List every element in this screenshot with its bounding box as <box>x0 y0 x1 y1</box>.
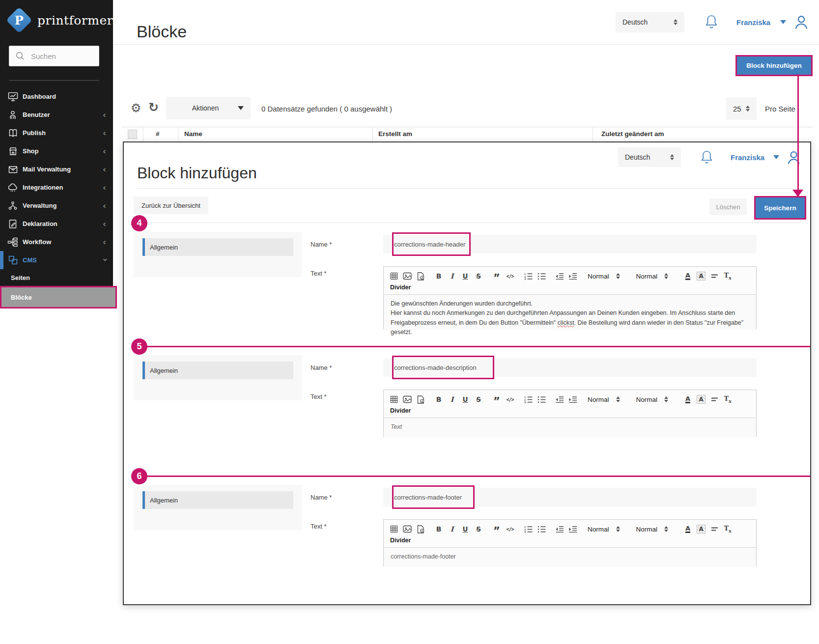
format-select[interactable]: Normal <box>588 396 620 403</box>
divider-block-button[interactable]: Divider <box>384 536 756 548</box>
delete-button[interactable]: Löschen <box>709 198 747 215</box>
blockquote-icon[interactable]: ” <box>492 524 501 534</box>
formula-icon[interactable] <box>710 394 719 404</box>
select-all-checkbox[interactable] <box>128 130 137 139</box>
italic-icon[interactable]: I <box>448 271 456 281</box>
image-icon[interactable] <box>403 524 412 534</box>
actions-select[interactable]: Aktionen <box>166 97 251 119</box>
language-select[interactable]: Deutsch <box>618 147 681 167</box>
tab-allgemein[interactable]: Allgemein <box>142 491 293 509</box>
code-block-icon[interactable]: </> <box>506 271 514 281</box>
sidebar-item-integrationen[interactable]: Integrationen‹ <box>0 178 113 196</box>
image-icon[interactable] <box>403 271 412 281</box>
person-icon[interactable] <box>786 149 802 166</box>
person-icon[interactable] <box>793 14 810 30</box>
sidebar-item-deklaration[interactable]: Deklaration‹ <box>0 215 113 233</box>
table-grid-icon[interactable] <box>390 271 398 281</box>
sidebar-item-workflow[interactable]: Workflow‹ <box>0 233 113 251</box>
text-color-icon[interactable]: A <box>683 271 692 281</box>
text-color-icon[interactable]: A <box>683 394 692 404</box>
sidebar-item-cms[interactable]: CMS‹ <box>0 251 113 269</box>
user-name[interactable]: Franziska <box>736 18 770 27</box>
sidebar-item-shop[interactable]: Shop‹ <box>0 142 113 160</box>
table-grid-icon[interactable] <box>390 524 398 534</box>
sidebar-item-mail-verwaltung[interactable]: Mail Verwaltung‹ <box>0 160 113 178</box>
indent-icon[interactable] <box>568 394 577 404</box>
image-icon[interactable] <box>403 394 412 404</box>
caret-down-icon[interactable] <box>780 20 786 24</box>
indent-icon[interactable] <box>568 271 577 281</box>
sidebar-search[interactable] <box>9 46 99 66</box>
format-select[interactable]: Normal <box>588 273 620 280</box>
sidebar-item-publish[interactable]: Publish‹ <box>0 124 113 142</box>
logo[interactable]: P printformer <box>8 9 113 31</box>
gear-icon[interactable]: ⚙ <box>131 101 141 115</box>
bell-icon[interactable] <box>705 14 718 30</box>
clear-format-icon[interactable]: Tx <box>723 271 732 281</box>
ordered-list-icon[interactable] <box>524 524 533 534</box>
editor-content[interactable]: Die gewünschten Änderungen wurden durchg… <box>384 295 756 330</box>
divider-block-button[interactable]: Divider <box>384 283 756 295</box>
underline-icon[interactable]: U <box>461 394 470 404</box>
size-select[interactable]: Normal <box>636 273 669 280</box>
strikethrough-icon[interactable]: S <box>474 394 483 404</box>
clear-format-icon[interactable]: Tx <box>723 394 732 404</box>
blockquote-icon[interactable]: ” <box>492 394 501 404</box>
refresh-icon[interactable]: ↻ <box>148 100 159 114</box>
add-block-button[interactable]: Block hinzufügen <box>737 56 811 75</box>
sidebar-item-seiten[interactable]: Seiten <box>0 269 113 286</box>
format-select[interactable]: Normal <box>588 526 620 533</box>
code-block-icon[interactable]: </> <box>506 524 514 534</box>
file-export-icon[interactable] <box>416 271 425 281</box>
underline-icon[interactable]: U <box>461 271 470 281</box>
editor-content[interactable]: corrections-made-footer <box>384 548 756 567</box>
back-to-overview-button[interactable]: Zurück zur Übersicht <box>134 196 208 214</box>
language-select[interactable]: Deutsch <box>616 12 684 32</box>
outdent-icon[interactable] <box>555 271 564 281</box>
table-grid-icon[interactable] <box>390 394 398 404</box>
save-button[interactable]: Speichern <box>756 197 805 218</box>
italic-icon[interactable]: I <box>448 524 456 534</box>
size-select[interactable]: Normal <box>636 526 669 533</box>
clear-format-icon[interactable]: Tx <box>723 524 732 534</box>
bold-icon[interactable]: B <box>434 271 443 281</box>
text-color-icon[interactable]: A <box>683 524 692 534</box>
editor-content[interactable]: Text <box>384 418 756 438</box>
highlight-color-icon[interactable]: A <box>697 524 706 534</box>
underline-icon[interactable]: U <box>461 524 470 534</box>
bullet-list-icon[interactable] <box>537 271 546 281</box>
divider-block-button[interactable]: Divider <box>384 406 756 418</box>
bold-icon[interactable]: B <box>434 524 443 534</box>
strikethrough-icon[interactable]: S <box>474 524 483 534</box>
file-export-icon[interactable] <box>416 524 425 534</box>
indent-icon[interactable] <box>568 524 577 534</box>
bullet-list-icon[interactable] <box>537 394 546 404</box>
highlight-color-icon[interactable]: A <box>697 394 706 404</box>
sidebar-item-verwaltung[interactable]: Verwaltung‹ <box>0 196 113 215</box>
blockquote-icon[interactable]: ” <box>492 271 501 281</box>
italic-icon[interactable]: I <box>448 394 456 404</box>
highlight-color-icon[interactable]: A <box>697 271 706 281</box>
user-name[interactable]: Franziska <box>731 153 764 162</box>
formula-icon[interactable] <box>710 524 719 534</box>
tab-allgemein[interactable]: Allgemein <box>142 238 293 256</box>
per-page-select[interactable]: 25 <box>726 97 757 120</box>
bullet-list-icon[interactable] <box>537 524 546 534</box>
code-block-icon[interactable]: </> <box>506 394 514 404</box>
sidebar-item-dashboard[interactable]: Dashboard <box>0 87 113 106</box>
size-select[interactable]: Normal <box>636 396 669 403</box>
sidebar-item-bl-cke[interactable]: Blöcke <box>0 286 117 308</box>
file-export-icon[interactable] <box>416 394 425 404</box>
strikethrough-icon[interactable]: S <box>474 271 483 281</box>
tab-allgemein[interactable]: Allgemein <box>142 362 293 379</box>
outdent-icon[interactable] <box>555 394 564 404</box>
search-input[interactable] <box>30 52 91 61</box>
ordered-list-icon[interactable] <box>524 394 533 404</box>
ordered-list-icon[interactable] <box>524 271 533 281</box>
sidebar-item-benutzer[interactable]: Benutzer‹ <box>0 106 113 124</box>
formula-icon[interactable] <box>710 271 719 281</box>
bold-icon[interactable]: B <box>434 394 443 404</box>
caret-down-icon[interactable] <box>773 155 779 159</box>
bell-icon[interactable] <box>701 150 713 165</box>
outdent-icon[interactable] <box>555 524 564 534</box>
